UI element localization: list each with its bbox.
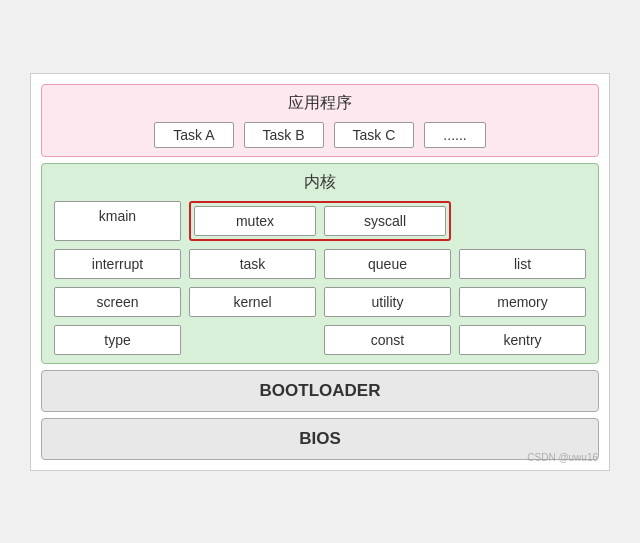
kernel-layer-title: 内核 bbox=[54, 172, 586, 193]
kernel-layer: 内核 kmain mutex syscall interrupt task qu… bbox=[41, 163, 599, 364]
empty-1 bbox=[459, 201, 586, 241]
kernel-box: kernel bbox=[189, 287, 316, 317]
kmain-box: kmain bbox=[54, 201, 181, 241]
task-c: Task C bbox=[334, 122, 415, 148]
task-row: Task A Task B Task C ...... bbox=[54, 122, 586, 148]
interrupt-box: interrupt bbox=[54, 249, 181, 279]
app-layer: 应用程序 Task A Task B Task C ...... bbox=[41, 84, 599, 157]
screen-box: screen bbox=[54, 287, 181, 317]
mutex-box: mutex bbox=[194, 206, 316, 236]
utility-box: utility bbox=[324, 287, 451, 317]
app-layer-title: 应用程序 bbox=[54, 93, 586, 114]
kentry-box: kentry bbox=[459, 325, 586, 355]
queue-box: queue bbox=[324, 249, 451, 279]
kernel-row-2: interrupt task queue list bbox=[54, 249, 586, 279]
memory-box: memory bbox=[459, 287, 586, 317]
task-box: task bbox=[189, 249, 316, 279]
task-dots: ...... bbox=[424, 122, 485, 148]
bios-layer: BIOS bbox=[41, 418, 599, 460]
syscall-box: syscall bbox=[324, 206, 446, 236]
kernel-row-3: screen kernel utility memory bbox=[54, 287, 586, 317]
list-box: list bbox=[459, 249, 586, 279]
watermark: CSDN @uwu16 bbox=[527, 452, 598, 463]
highlighted-group: mutex syscall bbox=[189, 201, 451, 241]
task-b: Task B bbox=[244, 122, 324, 148]
kernel-row-1: kmain mutex syscall bbox=[54, 201, 586, 241]
empty-2 bbox=[189, 325, 316, 355]
bios-label: BIOS bbox=[299, 429, 341, 448]
task-a: Task A bbox=[154, 122, 233, 148]
bootloader-layer: BOOTLOADER bbox=[41, 370, 599, 412]
const-box: const bbox=[324, 325, 451, 355]
kernel-row-4: type const kentry bbox=[54, 325, 586, 355]
bootloader-label: BOOTLOADER bbox=[260, 381, 381, 400]
type-box: type bbox=[54, 325, 181, 355]
